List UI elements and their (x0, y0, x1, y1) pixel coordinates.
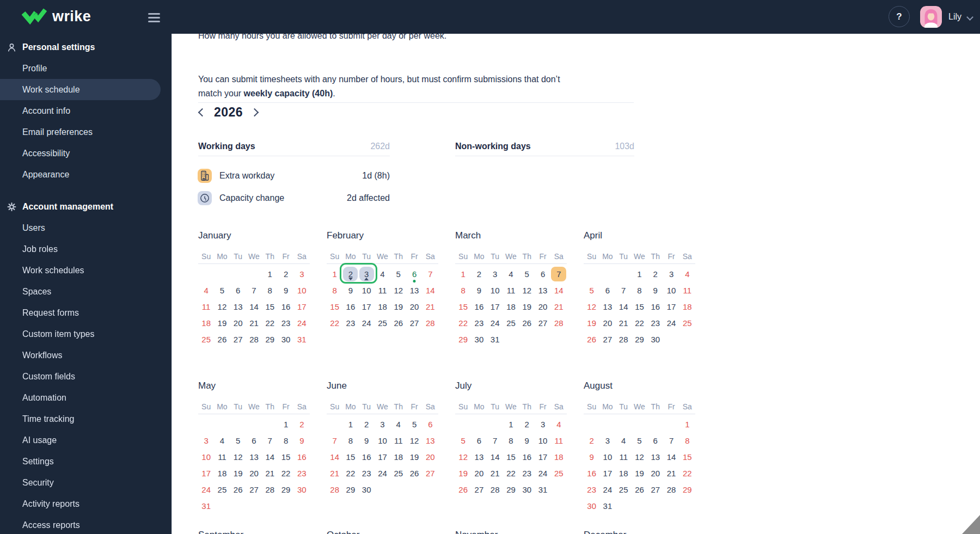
day-cell[interactable]: 29 (503, 481, 519, 498)
day-cell[interactable]: 14 (487, 449, 503, 465)
sidebar-item-custom-item-types[interactable]: Custom item types (0, 323, 171, 345)
day-cell[interactable]: 23 (278, 315, 293, 331)
sidebar-item-spaces[interactable]: Spaces (0, 281, 171, 302)
day-cell[interactable]: 7 (487, 432, 503, 449)
sidebar-item-ai-usage[interactable]: AI usage (0, 429, 171, 451)
sidebar-section-personal-settings[interactable]: Personal settings (0, 36, 171, 58)
day-cell[interactable]: 11 (198, 298, 214, 315)
day-cell[interactable]: 22 (262, 315, 278, 331)
day-cell[interactable]: 7 (246, 282, 262, 298)
day-cell[interactable]: 3 (599, 432, 615, 449)
day-cell[interactable]: 31 (599, 498, 615, 514)
day-cell[interactable]: 7 (327, 432, 342, 449)
day-cell[interactable]: 29 (455, 331, 471, 347)
day-cell[interactable]: 25 (679, 315, 695, 331)
day-cell[interactable]: 9 (342, 282, 358, 298)
day-cell[interactable]: 30 (359, 481, 375, 498)
day-cell[interactable]: 10 (198, 449, 214, 465)
previous-year-button[interactable] (198, 108, 207, 116)
day-cell[interactable]: 1 (455, 266, 471, 282)
day-cell[interactable]: 3 (359, 266, 375, 282)
day-cell[interactable]: 11 (390, 432, 406, 449)
sidebar-section-account-management[interactable]: Account management (0, 196, 171, 217)
day-cell[interactable]: 25 (551, 465, 567, 481)
day-cell[interactable]: 11 (214, 449, 230, 465)
day-cell[interactable]: 14 (663, 449, 679, 465)
day-cell[interactable]: 24 (535, 465, 550, 481)
day-cell[interactable]: 20 (246, 465, 262, 481)
day-cell[interactable]: 6 (535, 266, 550, 282)
day-cell[interactable]: 8 (503, 432, 519, 449)
day-cell[interactable]: 17 (487, 298, 503, 315)
day-cell[interactable]: 10 (487, 282, 503, 298)
day-cell[interactable]: 31 (487, 331, 503, 347)
day-cell[interactable]: 15 (262, 298, 278, 315)
day-cell[interactable]: 27 (246, 481, 262, 498)
sidebar-item-workflows[interactable]: Workflows (0, 345, 171, 366)
day-cell[interactable]: 26 (584, 331, 599, 347)
chevron-down-icon[interactable] (966, 14, 973, 21)
day-cell[interactable]: 20 (647, 465, 663, 481)
day-cell[interactable]: 11 (551, 432, 567, 449)
day-cell[interactable]: 9 (471, 282, 487, 298)
day-cell[interactable]: 25 (616, 481, 632, 498)
day-cell[interactable]: 15 (679, 449, 695, 465)
day-cell[interactable]: 21 (616, 315, 632, 331)
day-cell[interactable]: 6 (246, 432, 262, 449)
day-cell[interactable]: 3 (487, 266, 503, 282)
day-cell[interactable]: 8 (455, 282, 471, 298)
day-cell[interactable]: 1 (679, 416, 695, 432)
day-cell[interactable]: 12 (390, 282, 406, 298)
avatar[interactable] (920, 6, 942, 28)
day-cell[interactable]: 28 (616, 331, 632, 347)
day-cell[interactable]: 25 (375, 315, 390, 331)
day-cell[interactable]: 23 (647, 315, 663, 331)
day-cell[interactable]: 8 (262, 282, 278, 298)
day-cell[interactable]: 6 (647, 432, 663, 449)
day-cell[interactable]: 18 (679, 298, 695, 315)
day-cell[interactable]: 30 (519, 481, 535, 498)
day-cell[interactable]: 27 (406, 315, 422, 331)
sidebar-item-users[interactable]: Users (0, 217, 171, 238)
sidebar-item-activity-reports[interactable]: Activity reports (0, 493, 171, 514)
day-cell[interactable]: 24 (487, 315, 503, 331)
day-cell[interactable]: 12 (584, 298, 599, 315)
day-cell[interactable]: 2 (519, 416, 535, 432)
day-cell[interactable]: 4 (503, 266, 519, 282)
day-cell[interactable]: 10 (599, 449, 615, 465)
day-cell[interactable]: 17 (294, 298, 310, 315)
day-cell[interactable]: 25 (198, 331, 214, 347)
day-cell[interactable]: 24 (599, 481, 615, 498)
sidebar-item-settings[interactable]: Settings (0, 451, 171, 472)
day-cell[interactable]: 29 (262, 331, 278, 347)
day-cell[interactable]: 16 (294, 449, 310, 465)
day-cell[interactable]: 28 (262, 481, 278, 498)
wrike-logo[interactable]: wrike (22, 7, 91, 26)
day-cell[interactable]: 17 (663, 298, 679, 315)
day-cell[interactable]: 9 (294, 432, 310, 449)
day-cell[interactable]: 31 (535, 481, 550, 498)
day-cell[interactable]: 5 (632, 432, 647, 449)
day-cell[interactable]: 14 (327, 449, 342, 465)
day-cell[interactable]: 13 (246, 449, 262, 465)
day-cell[interactable]: 17 (599, 465, 615, 481)
day-cell[interactable]: 27 (535, 315, 550, 331)
day-cell[interactable]: 24 (375, 465, 390, 481)
day-cell[interactable]: 10 (663, 282, 679, 298)
sidebar-item-time-tracking[interactable]: Time tracking (0, 408, 171, 429)
day-cell[interactable]: 8 (679, 432, 695, 449)
day-cell[interactable]: 20 (471, 465, 487, 481)
menu-icon[interactable] (148, 13, 160, 22)
day-cell[interactable]: 6 (230, 282, 246, 298)
day-cell[interactable]: 1 (342, 416, 358, 432)
day-cell[interactable]: 2 (342, 266, 358, 282)
day-cell[interactable]: 26 (230, 481, 246, 498)
day-cell[interactable]: 26 (214, 331, 230, 347)
day-cell[interactable]: 5 (455, 432, 471, 449)
day-cell[interactable]: 2 (294, 416, 310, 432)
day-cell[interactable]: 7 (422, 266, 438, 282)
sidebar-item-access-reports[interactable]: Access reports (0, 514, 171, 534)
day-cell[interactable]: 15 (455, 298, 471, 315)
day-cell[interactable]: 21 (327, 465, 342, 481)
day-cell[interactable]: 22 (632, 315, 647, 331)
